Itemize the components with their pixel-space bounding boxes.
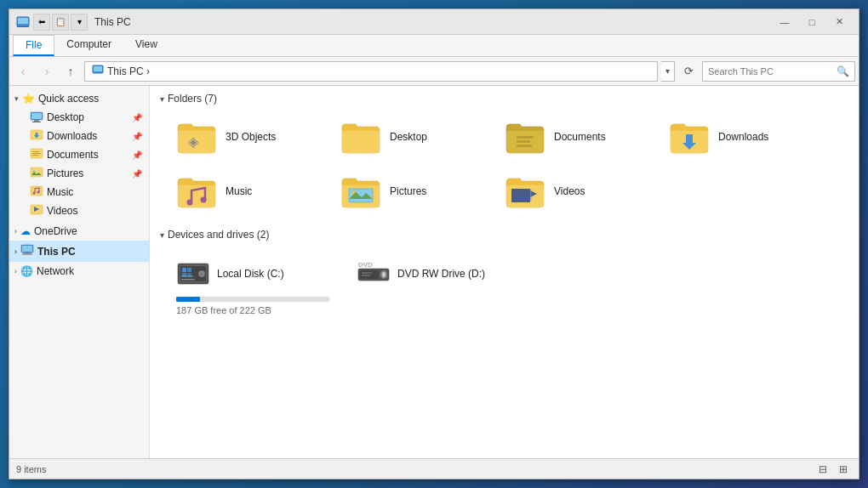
svg-rect-26 [517,140,530,143]
svg-text:◈: ◈ [188,134,199,149]
sidebar-network-header[interactable]: › 🌐 Network [9,262,149,281]
folder-item-music[interactable]: Music [168,167,326,215]
storage-bar-fill [176,297,200,302]
status-bar-right: ⊟ ⊞ [814,462,852,477]
address-dropdown[interactable]: ▾ [661,61,675,82]
svg-rect-12 [32,153,41,154]
sidebar-item-documents[interactable]: Documents 📌 [23,145,149,164]
folder-icon-desktop [340,119,381,155]
dropdown-btn[interactable]: ▾ [71,14,88,31]
sidebar-item-music[interactable]: Music [23,183,149,201]
view-details-button[interactable]: ⊟ [814,462,831,477]
folder-item-3dobjects[interactable]: ◈ 3D Objects [168,113,326,161]
tab-view[interactable]: View [123,35,169,56]
ribbon: File Computer View [9,35,859,57]
device-item-d[interactable]: DVD DVD RW Drive (D:) [349,249,519,323]
sidebar-item-videos[interactable]: Videos [23,201,149,220]
sidebar-onedrive-header[interactable]: › ☁ OneDrive [9,222,149,241]
device-name-d: DVD RW Drive (D:) [397,268,511,280]
device-space-c: 187 GB free of 222 GB [176,305,331,315]
sidebar-item-label: Music [47,186,142,198]
view-tiles-button[interactable]: ⊞ [835,462,852,477]
device-info-c: Local Disk (C:) [217,268,331,280]
folder-icon-music [176,173,217,209]
folder-icon-documents [505,119,545,155]
network-icon: 🌐 [20,265,33,277]
svg-rect-41 [182,268,186,272]
svg-rect-6 [31,113,42,119]
folder-item-desktop[interactable]: Desktop [333,113,490,161]
sidebar-thispc-header[interactable]: › This PC [9,241,149,262]
window-icon [16,15,30,29]
quick-access-btn[interactable]: ⬅ [33,14,50,31]
folder-item-pictures[interactable]: Pictures [333,167,490,215]
forward-button[interactable]: › [37,61,57,82]
sidebar-item-label: Desktop [47,111,128,123]
back-button[interactable]: ‹ [13,61,33,82]
svg-rect-1 [18,18,28,24]
network-label: Network [37,265,74,277]
svg-point-18 [37,191,40,194]
sidebar-item-label: Documents [47,149,128,161]
refresh-button[interactable]: ⟳ [678,61,699,82]
folder-item-downloads[interactable]: Downloads [661,113,819,161]
svg-rect-46 [360,270,379,279]
music-icon [30,185,43,199]
maximize-button[interactable]: □ [799,13,825,31]
main-area: ▾ ⭐ Quick access [9,86,859,458]
svg-rect-2 [17,26,29,27]
folders-section-label: Folders (7) [168,93,217,105]
folders-section-header[interactable]: ▾ Folders (7) [160,93,848,105]
svg-rect-33 [530,189,532,201]
window-controls: — □ ✕ [772,13,852,31]
documents-icon [30,148,43,162]
minimize-button[interactable]: — [772,13,797,31]
pictures-icon [30,167,43,180]
sidebar-item-pictures[interactable]: Pictures 📌 [23,164,149,183]
chevron-right-icon: › [14,267,17,275]
content-area: ▾ Folders (7) ◈ 3D Objects [150,86,859,458]
chevron-down-icon: ▾ [160,230,164,240]
tab-computer[interactable]: Computer [54,35,123,56]
search-input[interactable] [708,66,833,77]
device-item-c[interactable]: Local Disk (C:) 187 GB free of 222 GB [168,249,339,323]
svg-rect-11 [32,151,39,152]
sidebar-quickaccess-header[interactable]: ▾ ⭐ Quick access [9,89,149,108]
folder-item-videos[interactable]: Videos [497,167,654,215]
chevron-right-icon: › [14,227,17,235]
sidebar-item-label: Downloads [47,130,128,142]
pin-icon: 📌 [132,169,142,179]
svg-rect-42 [187,268,191,272]
title-bar-tools: ⬅ 📋 ▾ [33,14,88,31]
svg-rect-14 [31,167,43,177]
devices-section-header[interactable]: ▾ Devices and drives (2) [160,229,848,241]
dvd-icon: DVD [357,257,391,291]
window-title: This PC [94,16,772,28]
folder-name: Desktop [390,131,427,143]
chevron-right-icon: › [14,247,17,256]
svg-rect-49 [362,273,372,274]
up-button[interactable]: ↑ [60,61,81,82]
svg-rect-23 [22,254,32,255]
desktop-icon [30,111,43,124]
status-bar: 9 items ⊟ ⊞ [9,458,859,479]
downloads-icon [30,129,43,143]
svg-rect-22 [24,253,31,254]
chevron-down-icon: ▾ [160,94,164,104]
folder-item-documents[interactable]: Documents [497,113,654,161]
close-button[interactable]: ✕ [826,13,852,31]
sidebar-item-desktop[interactable]: Desktop 📌 [23,108,149,127]
sidebar-item-downloads[interactable]: Downloads 📌 [23,127,149,145]
breadcrumb-text: This PC › [107,65,150,77]
properties-btn[interactable]: 📋 [52,14,69,31]
sidebar-item-label: Pictures [47,167,128,179]
search-box[interactable]: 🔍 [702,61,855,82]
breadcrumb-icon [92,64,104,78]
tab-file[interactable]: File [13,35,54,56]
svg-rect-13 [32,155,38,156]
svg-rect-8 [32,122,41,122]
device-name-c: Local Disk (C:) [217,268,331,280]
address-path[interactable]: This PC › [84,61,658,82]
device-top: Local Disk (C:) [176,257,331,291]
videos-icon [30,204,43,218]
